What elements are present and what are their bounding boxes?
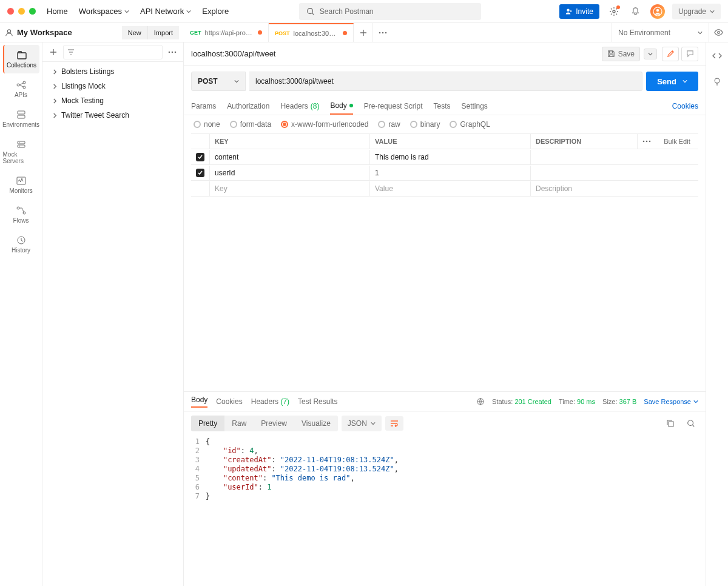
svg-point-29	[649, 141, 651, 143]
request-tab-1[interactable]: POST localhost:3000/api/tw	[269, 23, 354, 42]
code-snippet-button[interactable]	[710, 49, 724, 63]
tab-options-button[interactable]	[373, 23, 393, 42]
tab-body[interactable]: Body	[330, 98, 352, 115]
body-type-binary[interactable]: binary	[410, 120, 440, 129]
comment-button[interactable]	[681, 47, 698, 61]
bell-icon	[631, 7, 640, 16]
resp-tab-headers[interactable]: Headers (7)	[251, 397, 289, 406]
body-type-raw[interactable]: raw	[378, 120, 400, 129]
kv-value-input[interactable]: This demo is rad	[370, 150, 531, 164]
new-button[interactable]: New	[122, 26, 148, 39]
environment-selector[interactable]: No Environment	[612, 23, 709, 42]
add-collection-button[interactable]	[46, 45, 61, 59]
send-button[interactable]: Send	[646, 72, 698, 91]
svg-rect-10	[18, 53, 26, 59]
close-window-icon[interactable]	[7, 8, 14, 15]
maximize-window-icon[interactable]	[29, 8, 36, 15]
nav-history[interactable]: History	[3, 230, 39, 258]
nav-monitors[interactable]: Monitors	[3, 170, 39, 199]
sidebar-options-button[interactable]	[165, 45, 180, 59]
save-response-button[interactable]: Save Response	[644, 398, 698, 405]
tab-params[interactable]: Params	[191, 98, 216, 114]
tab-settings[interactable]: Settings	[462, 98, 488, 114]
request-tab-0[interactable]: GET https://api-proxy.ofcou	[184, 23, 269, 42]
kv-key-input[interactable]: content	[209, 150, 370, 164]
status-value: 201 Created	[514, 398, 551, 405]
method-badge: GET	[190, 30, 201, 36]
edit-button[interactable]	[662, 47, 679, 61]
invite-button[interactable]: Invite	[559, 4, 599, 19]
sidebar-collection-item[interactable]: Mock Testing	[42, 93, 183, 108]
url-input[interactable]: localhost:3000/api/tweet	[249, 72, 642, 91]
method-selector[interactable]: POST	[191, 72, 246, 91]
nav-flows[interactable]: Flows	[3, 200, 39, 229]
new-tab-button[interactable]	[354, 23, 373, 42]
settings-button[interactable]	[607, 4, 621, 19]
sidebar-collection-item[interactable]: Bolsters Listings	[42, 64, 183, 79]
nav-api-network[interactable]: API Network	[140, 7, 191, 16]
view-raw[interactable]: Raw	[224, 416, 254, 431]
kv-options-button[interactable]	[638, 134, 656, 149]
kv-checkbox[interactable]	[196, 169, 204, 177]
copy-response-button[interactable]	[663, 416, 678, 431]
format-selector[interactable]: JSON	[342, 416, 382, 431]
nav-collections[interactable]: Collections	[3, 45, 39, 73]
kv-value-input[interactable]: Value	[370, 181, 531, 196]
chevron-right-icon	[52, 113, 58, 118]
minimize-window-icon[interactable]	[18, 8, 25, 15]
environment-preview-button[interactable]	[709, 23, 728, 42]
resp-tab-cookies[interactable]: Cookies	[216, 397, 242, 406]
kv-desc-input[interactable]: Description	[531, 181, 698, 196]
workspace-selector[interactable]: My Workspace	[5, 28, 117, 37]
tab-prerequest[interactable]: Pre-request Script	[364, 98, 423, 114]
tab-headers[interactable]: Headers (8)	[280, 98, 319, 114]
wrap-lines-button[interactable]	[385, 416, 403, 431]
body-type-graphql[interactable]: GraphQL	[450, 120, 490, 129]
network-icon[interactable]	[476, 397, 485, 406]
search-input[interactable]: Search Postman	[299, 3, 481, 20]
resp-tab-tests[interactable]: Test Results	[298, 397, 337, 406]
nav-workspaces[interactable]: Workspaces	[79, 7, 129, 16]
kv-value-input[interactable]: 1	[370, 166, 531, 180]
sidebar-collection-item[interactable]: Twitter Tweet Search	[42, 108, 183, 123]
nav-apis[interactable]: APIs	[3, 75, 39, 103]
view-preview[interactable]: Preview	[254, 416, 294, 431]
request-title[interactable]: localhost:3000/api/tweet	[191, 49, 602, 58]
nav-mock-servers[interactable]: Mock Servers	[3, 134, 39, 169]
body-type-urlencoded[interactable]: x-www-form-urlencoded	[281, 120, 368, 129]
kv-desc-input[interactable]	[531, 170, 698, 176]
tab-authorization[interactable]: Authorization	[227, 98, 269, 114]
import-button[interactable]: Import	[148, 26, 179, 39]
sidebar-collection-item[interactable]: Listings Mock	[42, 79, 183, 93]
response-code[interactable]: 1{2 "id": 4,3 "createdAt": "2022-11-04T1…	[184, 435, 706, 587]
kv-checkbox[interactable]	[196, 153, 204, 161]
radio-icon	[410, 121, 417, 128]
search-response-button[interactable]	[684, 416, 698, 431]
resp-tab-body[interactable]: Body	[191, 396, 207, 408]
window-controls[interactable]	[7, 8, 36, 15]
nav-environments[interactable]: Environments	[3, 104, 39, 133]
filter-input[interactable]	[63, 45, 163, 59]
info-button[interactable]	[710, 74, 724, 89]
nav-explore[interactable]: Explore	[202, 7, 229, 16]
radio-icon	[194, 121, 201, 128]
nav-home[interactable]: Home	[47, 7, 68, 16]
save-options-button[interactable]	[644, 49, 657, 59]
save-button[interactable]: Save	[602, 47, 640, 61]
bulk-edit-button[interactable]: Bulk Edit	[656, 134, 698, 149]
avatar[interactable]	[650, 4, 665, 19]
body-type-formdata[interactable]: form-data	[230, 120, 271, 129]
notifications-button[interactable]	[629, 4, 643, 19]
radio-icon	[281, 121, 288, 128]
svg-point-26	[175, 51, 177, 53]
kv-desc-input[interactable]	[531, 154, 698, 160]
tab-tests[interactable]: Tests	[433, 98, 450, 114]
body-type-none[interactable]: none	[194, 120, 220, 129]
kv-key-input[interactable]: Key	[209, 181, 370, 196]
view-visualize[interactable]: Visualize	[294, 416, 338, 431]
resp-headers-label: Headers	[251, 397, 278, 406]
view-pretty[interactable]: Pretty	[191, 416, 224, 431]
upgrade-button[interactable]: Upgrade	[672, 4, 721, 19]
kv-key-input[interactable]: userId	[209, 166, 370, 180]
cookies-link[interactable]: Cookies	[672, 102, 698, 110]
